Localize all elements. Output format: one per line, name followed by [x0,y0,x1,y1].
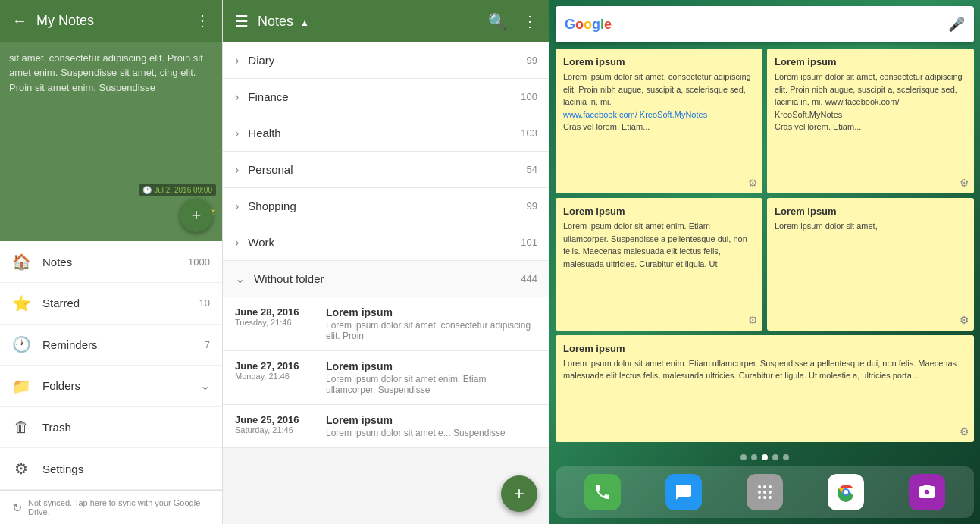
note-item-2[interactable]: June 27, 2016 Monday, 21:46 Lorem ipsum … [223,351,549,405]
search-icon[interactable]: 🔍 [488,12,507,30]
date-badge: 🕐 Jul 2, 2016 09:00 [139,184,216,196]
notes-title-text: Notes [258,14,293,29]
google-search-bar[interactable]: Google 🎤 [556,6,974,42]
personal-folder-name: Personal [248,163,526,176]
mid-panel: ☰ Notes ▲ 🔍 ⋮ › Diary 99 › Finance 100 ›… [222,0,549,524]
dock-apps[interactable] [747,474,783,510]
folders-label: Folders [42,379,188,392]
reminders-count: 7 [205,339,210,350]
widget-card-4[interactable]: Lorem ipsum Lorem ipsum dolor sit amet, … [767,198,974,331]
note-date-col-2: June 27, 2016 Monday, 21:46 [235,360,326,395]
more-icon-mid[interactable]: ⋮ [522,12,537,30]
svg-point-1 [763,485,766,488]
starred-count: 10 [199,297,210,309]
note-preview-3: Lorem ipsum dolor sit amet e... Suspendi… [326,428,537,438]
folder-personal[interactable]: › Personal 54 [223,152,549,188]
card-title-4: Lorem ipsum [775,206,966,217]
shopping-count: 99 [527,200,537,212]
svg-point-2 [769,485,772,488]
chevron-right-icon: › [235,236,239,249]
note-date-3: June 25, 2016 [235,414,326,425]
google-logo: Google [565,17,612,33]
card-title-5: Lorem ipsum [563,343,966,354]
folder-without[interactable]: ⌄ Without folder 444 [223,261,549,297]
preview-fab[interactable]: + [180,199,213,232]
trash-icon: 🗑 [12,419,30,436]
gear-icon-2[interactable]: ⚙ [960,177,969,189]
card-title-1: Lorem ipsum [563,56,755,67]
sync-bar[interactable]: ↻ Not synced. Tap here to sync with your… [0,490,222,524]
chevron-right-icon: › [235,199,239,213]
gear-icon-4[interactable]: ⚙ [960,314,969,326]
folder-shopping[interactable]: › Shopping 99 [223,188,549,224]
note-item-3[interactable]: June 25, 2016 Saturday, 21:46 Lorem ipsu… [223,405,549,448]
work-folder-name: Work [248,236,521,249]
folder-health[interactable]: › Health 103 [223,115,549,152]
right-panel: Google 🎤 Lorem ipsum Lorem ipsum dolor s… [549,0,980,524]
note-preview-2: Lorem ipsum dolor sit amet enim. Etiam u… [326,374,537,395]
sidebar-item-reminders[interactable]: 🕐 Reminders 7 [0,325,222,366]
gear-icon-5[interactable]: ⚙ [960,425,969,438]
widget-card-3[interactable]: Lorem ipsum Lorem ipsum dolor sit amet e… [556,198,762,331]
card-link-1: www.facebook.com/ KreoSoft.MyNotes [563,110,707,119]
sidebar-item-trash[interactable]: 🗑 Trash [0,407,222,449]
dot-2 [751,454,757,460]
note-item-1[interactable]: June 28, 2016 Tuesday, 21:46 Lorem ipsum… [223,297,549,351]
without-folder-name: Without folder [254,272,521,285]
dock-messages[interactable] [665,474,702,510]
widget-card-1[interactable]: Lorem ipsum Lorem ipsum dolor sit amet, … [556,49,762,193]
dot-1 [740,454,747,460]
diary-count: 99 [527,55,537,66]
dot-4 [772,454,778,460]
note-content-1: Lorem ipsum Lorem ipsum dolor sit amet, … [326,306,537,341]
more-icon-left[interactable]: ⋮ [195,11,210,30]
note-date-col-3: June 25, 2016 Saturday, 21:46 [235,414,326,438]
sidebar-item-starred[interactable]: ⭐ Starred 10 [0,283,222,325]
folder-diary[interactable]: › Diary 99 [223,42,549,79]
reminders-label: Reminders [42,338,193,351]
note-title-3: Lorem ipsum [326,414,537,426]
starred-label: Starred [42,297,187,309]
folder-icon: 📁 [12,377,30,395]
widget-card-5[interactable]: Lorem ipsum Lorem ipsum dolor sit amet e… [556,335,974,443]
card-title-3: Lorem ipsum [563,206,755,217]
mid-panel-wrapper: ☰ Notes ▲ 🔍 ⋮ › Diary 99 › Finance 100 ›… [222,0,549,524]
gear-icon-3[interactable]: ⚙ [748,314,758,326]
chevron-right-icon: › [235,163,239,177]
dock-phone[interactable] [584,474,621,510]
note-time-3: Saturday, 21:46 [235,425,326,435]
back-icon[interactable]: ← [12,12,27,30]
dot-5 [783,454,789,460]
folder-work[interactable]: › Work 101 [223,224,549,261]
chevron-down-icon: ⌄ [235,271,245,286]
preview-text: sit amet, consectetur adipiscing elit. P… [9,51,213,96]
dock-chrome[interactable] [828,474,864,510]
widget-card-2[interactable]: Lorem ipsum Lorem ipsum dolor sit amet, … [767,49,974,193]
mic-icon[interactable]: 🎤 [948,16,965,33]
gear-icon-1[interactable]: ⚙ [748,177,758,189]
folder-finance[interactable]: › Finance 100 [223,79,549,115]
mid-fab[interactable]: + [501,475,537,512]
health-count: 103 [521,127,537,139]
note-date-1: June 28, 2016 [235,306,326,318]
card-body-3: Lorem ipsum dolor sit amet enim. Etiam u… [563,220,755,270]
shopping-folder-name: Shopping [248,199,526,212]
fab-plus-icon: + [514,483,524,504]
note-content-2: Lorem ipsum Lorem ipsum dolor sit amet e… [326,360,537,395]
menu-icon[interactable]: ☰ [235,12,249,30]
sync-icon: ↻ [12,500,22,515]
dock-camera[interactable] [909,474,945,510]
finance-folder-name: Finance [248,90,521,103]
svg-point-4 [763,491,766,494]
notes-widget-grid: Lorem ipsum Lorem ipsum dolor sit amet, … [549,42,980,448]
note-title-2: Lorem ipsum [326,360,537,372]
mid-top-bar: ☰ Notes ▲ 🔍 ⋮ [223,0,549,42]
sidebar-item-notes[interactable]: 🏠 Notes 1000 [0,241,222,283]
card-body-text-1: Lorem ipsum dolor sit amet, consectetur … [563,72,751,106]
sidebar-item-folders[interactable]: 📁 Folders ⌄ [0,366,222,407]
sidebar-item-settings[interactable]: ⚙ Settings [0,448,222,490]
svg-point-5 [769,491,772,494]
card-extra-2: Cras vel lorem. Etiam... [775,122,861,131]
chevron-down-icon: ⌄ [200,378,210,393]
health-folder-name: Health [248,127,521,140]
